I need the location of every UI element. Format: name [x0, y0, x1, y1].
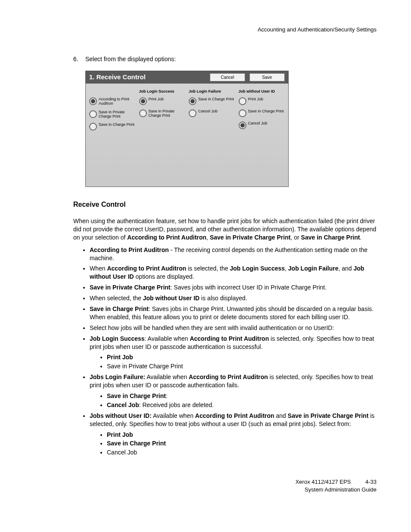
list-item: According to Print Auditron - The receiv…	[90, 246, 377, 262]
col-head-blank	[89, 89, 136, 94]
col-job-login-success: Job Login Success Print Job Save in Priv…	[137, 89, 187, 135]
list-item: When selected, the Job without User ID i…	[90, 294, 377, 302]
step-number: 6.	[73, 55, 85, 63]
bold: Print Job	[107, 354, 133, 361]
bold: According to Print Auditron	[195, 412, 274, 419]
radio-label: Save in Charge Print	[99, 123, 136, 127]
sub-list: Print Job Save in Charge Print Cancel Jo…	[90, 431, 377, 457]
text: , or	[290, 234, 301, 241]
cancel-button[interactable]: Cancel	[210, 73, 245, 82]
list-item: Save in Private Charge Print	[107, 362, 377, 370]
intro-paragraph: When using the authentication feature, s…	[73, 217, 377, 242]
list-item: Save in Charge Print	[107, 439, 377, 448]
bold: According to Print Auditron	[107, 265, 186, 272]
text: is also displayed.	[199, 295, 247, 302]
bullet-list: According to Print Auditron - The receiv…	[73, 246, 377, 457]
page-header: Accounting and Authentication/Security S…	[73, 26, 377, 34]
list-item: Jobs Login Failure: Available when Accor…	[90, 373, 377, 409]
footer-product: Xerox 4112/4127 EPS	[296, 479, 351, 485]
col-job-login-failure: Job Login Failure Save in Charge Print C…	[187, 89, 237, 135]
text: , and	[339, 265, 354, 272]
text: options are displayed.	[134, 273, 194, 280]
panel-title: 1. Receive Control	[89, 73, 206, 81]
footer-page-number: 4-33	[365, 478, 377, 486]
list-item: Cancel Job	[107, 448, 377, 457]
list-item: Save in Private Charge Print: Saves jobs…	[90, 283, 377, 292]
step-6: 6. Select from the displayed options:	[73, 55, 377, 63]
radio-cancel-job[interactable]: Cancel Job	[239, 121, 285, 129]
radio-label: Save in Private Charge Print	[149, 109, 186, 118]
col-head: Job Login Failure	[189, 89, 235, 94]
radio-save-charge-print[interactable]: Save in Charge Print	[239, 109, 285, 117]
text: Save in Private Charge Print	[107, 363, 183, 370]
text: : Saves jobs with incorrect User ID in P…	[171, 284, 327, 291]
list-item: Print Job	[107, 431, 377, 439]
radio-icon	[189, 109, 196, 117]
col-receive-control: According to Print Auditron Save in Priv…	[87, 89, 137, 135]
save-button[interactable]: Save	[249, 73, 285, 82]
text: When	[90, 265, 107, 272]
bold: According to Print Auditron	[189, 373, 268, 380]
radio-save-private-charge-print[interactable]: Save in Private Charge Print	[139, 109, 186, 118]
text: : Received jobs are deleted.	[139, 401, 214, 408]
text: ,	[285, 265, 288, 272]
bold: Jobs Login Failure:	[90, 373, 145, 380]
radio-icon	[89, 97, 97, 105]
bold: Print Job	[107, 431, 133, 438]
col-head: Job Login Success	[139, 89, 186, 94]
list-item: Print Job	[107, 353, 377, 361]
text: Cancel Job	[107, 449, 137, 456]
text: ,	[206, 234, 210, 241]
col-job-without-user-id: Job without User ID Print Job Save in Ch…	[237, 89, 287, 135]
bold: According to Print Auditron	[127, 234, 206, 241]
bold: Save in Charge Print	[301, 234, 360, 241]
radio-label: Save in Charge Print	[248, 109, 285, 114]
list-item: Cancel Job: Received jobs are deleted.	[107, 401, 377, 409]
sub-list: Save in Charge Print: Cancel Job: Receiv…	[90, 392, 377, 409]
list-item: Select how jobs will be handled when the…	[90, 324, 377, 332]
bold: According to Print Auditron	[90, 246, 169, 253]
list-item: When According to Print Auditron is sele…	[90, 264, 377, 281]
bold: Job Login Success	[90, 335, 145, 342]
bold: Job Login Success	[230, 265, 285, 272]
page-footer: Xerox 4112/4127 EPS 4-33 System Administ…	[73, 478, 377, 493]
radio-label: Cancel Job	[248, 121, 285, 126]
panel-body: According to Print Auditron Save in Priv…	[86, 84, 288, 187]
text: Available when	[145, 373, 189, 380]
radio-print-job[interactable]: Print Job	[139, 97, 186, 105]
radio-icon	[139, 109, 147, 117]
radio-cancel-job[interactable]: Cancel Job	[189, 109, 235, 117]
radio-icon	[239, 121, 246, 129]
bold: Save in Charge Print	[90, 305, 149, 312]
text: When selected, the	[90, 295, 143, 302]
receive-control-panel: 1. Receive Control Cancel Save According…	[85, 71, 289, 187]
bold: Save in Charge Print	[107, 392, 166, 399]
list-item: Job Login Success: Available when Accord…	[90, 335, 377, 371]
bold: Save in Private Charge Print	[90, 284, 171, 291]
text: : Available when	[145, 335, 190, 342]
bold: Save in Charge Print	[107, 440, 166, 447]
text: Available when	[152, 412, 195, 419]
list-item: Jobs without User ID: Available when Acc…	[90, 412, 377, 457]
radio-save-private-charge-print[interactable]: Save in Private Charge Print	[89, 110, 136, 119]
bold: Job without User ID	[143, 295, 199, 302]
bold: Job Login Failure	[288, 265, 339, 272]
sub-list: Print Job Save in Private Charge Print	[90, 353, 377, 370]
radio-print-job[interactable]: Print Job	[239, 97, 285, 105]
radio-according-to-print-auditron[interactable]: According to Print Auditron	[89, 97, 136, 106]
col-head: Job without User ID	[239, 89, 285, 94]
list-item: Save in Charge Print: Saves jobs in Char…	[90, 305, 377, 321]
radio-icon	[89, 123, 97, 131]
bold: Jobs without User ID:	[90, 412, 152, 419]
radio-label: Print Job	[149, 97, 186, 102]
text: and	[274, 412, 288, 419]
radio-label: Save in Charge Print	[198, 97, 235, 102]
radio-label: Cancel Job	[198, 109, 235, 114]
footer-doc-title: System Administration Guide	[73, 486, 377, 494]
bold: Cancel Job	[107, 401, 139, 408]
radio-save-charge-print[interactable]: Save in Charge Print	[189, 97, 235, 105]
section-title: Receive Control	[73, 200, 377, 209]
radio-save-charge-print[interactable]: Save in Charge Print	[89, 123, 136, 131]
panel-header: 1. Receive Control Cancel Save	[86, 71, 288, 83]
list-item: Save in Charge Print:	[107, 392, 377, 400]
